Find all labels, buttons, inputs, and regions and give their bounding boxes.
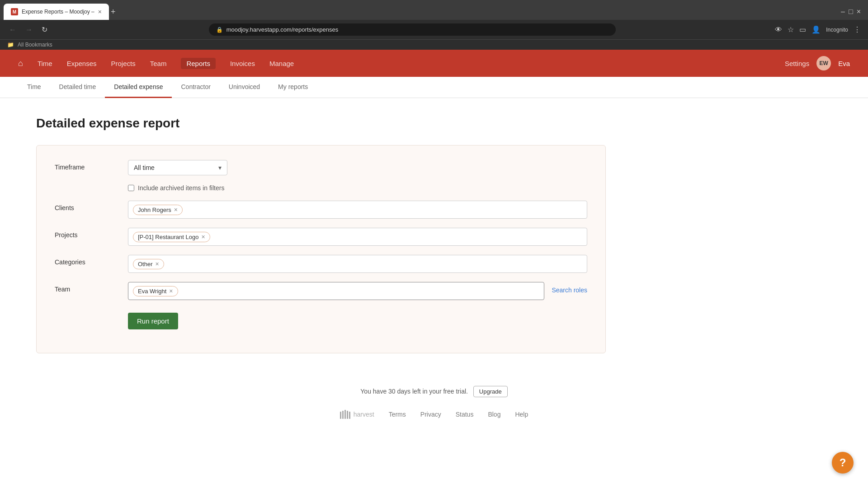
svg-rect-1	[342, 411, 344, 419]
category-tag-remove[interactable]: ×	[156, 261, 159, 267]
settings-link[interactable]: Settings	[785, 60, 809, 67]
incognito-label: Incognito	[826, 27, 848, 33]
team-label: Team	[55, 282, 113, 293]
timeframe-control: All time ▾	[128, 160, 587, 175]
app-header: ⌂ Time Expenses Projects Team Reports In…	[0, 50, 868, 77]
nav-team[interactable]: Team	[150, 58, 167, 69]
team-row: Team Eva Wright × Search roles	[55, 282, 587, 300]
lock-icon: 🔒	[216, 27, 223, 33]
team-tag-eva-wright: Eva Wright ×	[133, 286, 178, 296]
nav-projects[interactable]: Projects	[111, 58, 136, 69]
main-content: Detailed expense report Timeframe All ti…	[0, 98, 868, 371]
clients-label: Clients	[55, 201, 113, 211]
forward-button[interactable]: →	[24, 24, 34, 36]
team-input-wrapper: Eva Wright ×	[128, 282, 544, 300]
timeframe-select[interactable]: All time ▾	[128, 160, 227, 175]
footer-terms[interactable]: Terms	[389, 411, 406, 418]
run-report-control: Run report	[128, 309, 587, 329]
svg-rect-4	[349, 412, 350, 419]
timeframe-row: Timeframe All time ▾	[55, 160, 587, 175]
client-tag-remove[interactable]: ×	[174, 206, 178, 213]
sidebar-icon[interactable]: ▭	[799, 25, 806, 34]
bookmarks-folder-icon: 📁	[7, 42, 14, 48]
nav-manage[interactable]: Manage	[269, 58, 294, 69]
nav-invoices[interactable]: Invoices	[230, 58, 255, 69]
sub-nav-contractor[interactable]: Contractor	[172, 77, 219, 98]
svg-rect-2	[344, 410, 346, 419]
projects-control: [P-01] Restaurant Logo ×	[128, 228, 587, 246]
nav-expenses[interactable]: Expenses	[67, 58, 97, 69]
team-tag-label: Eva Wright	[138, 288, 166, 295]
footer-privacy[interactable]: Privacy	[420, 411, 441, 418]
project-tag-remove[interactable]: ×	[201, 234, 205, 240]
sub-nav-detailed-time[interactable]: Detailed time	[50, 77, 105, 98]
projects-row: Projects [P-01] Restaurant Logo ×	[55, 228, 587, 246]
maximize-button[interactable]: □	[849, 8, 853, 16]
footer-status[interactable]: Status	[456, 411, 474, 418]
window-controls: – □ ×	[841, 8, 864, 16]
clients-row: Clients John Rogers ×	[55, 201, 587, 219]
project-tag-label: [P-01] Restaurant Logo	[138, 234, 198, 240]
search-roles-link[interactable]: Search roles	[552, 282, 587, 294]
run-report-row: Run report	[55, 309, 587, 329]
star-icon[interactable]: ☆	[788, 25, 794, 34]
minimize-button[interactable]: –	[841, 8, 845, 16]
sub-nav: Time Detailed time Detailed expense Cont…	[0, 77, 868, 98]
categories-row: Categories Other ×	[55, 255, 587, 273]
clients-input[interactable]: John Rogers ×	[128, 201, 587, 219]
user-name[interactable]: Eva	[838, 60, 850, 67]
trial-text: You have 30 days left in your free trial…	[360, 388, 468, 395]
project-tag-restaurant-logo: [P-01] Restaurant Logo ×	[133, 232, 210, 242]
archive-checkbox-row: Include archived items in filters	[55, 184, 587, 192]
active-tab[interactable]: M Expense Reports – Moodjoy – ×	[4, 4, 109, 20]
sub-nav-my-reports[interactable]: My reports	[269, 77, 317, 98]
team-control: Eva Wright × Search roles	[128, 282, 587, 300]
sub-nav-uninvoiced[interactable]: Uninvoiced	[220, 77, 269, 98]
footer-blog[interactable]: Blog	[488, 411, 500, 418]
categories-label: Categories	[55, 255, 113, 266]
footer-trial: You have 30 days left in your free trial…	[0, 371, 868, 404]
run-report-spacer	[55, 309, 113, 313]
timeframe-label: Timeframe	[55, 160, 113, 171]
categories-control: Other ×	[128, 255, 587, 273]
report-form: Timeframe All time ▾ Include archived it…	[36, 145, 606, 353]
chevron-down-icon: ▾	[218, 164, 222, 171]
projects-input[interactable]: [P-01] Restaurant Logo ×	[128, 228, 587, 246]
reload-button[interactable]: ↻	[40, 23, 49, 36]
nav-time[interactable]: Time	[38, 58, 52, 69]
bookmarks-label: All Bookmarks	[18, 42, 52, 48]
tab-close-button[interactable]: ×	[98, 8, 102, 15]
page-title: Detailed expense report	[36, 116, 832, 131]
svg-rect-0	[340, 412, 341, 419]
upgrade-button[interactable]: Upgrade	[473, 386, 508, 397]
tab-title: Expense Reports – Moodjoy –	[22, 9, 94, 15]
vision-icon: 👁	[775, 26, 782, 34]
menu-icon[interactable]: ⋮	[854, 25, 861, 34]
tab-favicon: M	[11, 8, 18, 15]
team-inner-row: Eva Wright × Search roles	[128, 282, 587, 300]
archive-checkbox-label[interactable]: Include archived items in filters	[138, 184, 224, 192]
new-tab-button[interactable]: +	[111, 7, 116, 17]
close-window-button[interactable]: ×	[857, 8, 861, 16]
client-tag-label: John Rogers	[138, 206, 171, 213]
categories-input[interactable]: Other ×	[128, 255, 587, 273]
team-input[interactable]: Eva Wright ×	[128, 282, 544, 300]
address-bar[interactable]: 🔒 moodjoy.harvestapp.com/reports/expense…	[209, 23, 616, 36]
category-tag-label: Other	[138, 261, 153, 267]
svg-rect-3	[347, 411, 348, 419]
sub-nav-detailed-expense[interactable]: Detailed expense	[105, 77, 172, 98]
footer-help[interactable]: Help	[515, 411, 528, 418]
user-avatar: EW	[816, 56, 831, 70]
header-right: Settings EW Eva	[785, 56, 850, 70]
home-icon[interactable]: ⌂	[18, 59, 23, 68]
archive-checkbox[interactable]	[128, 185, 134, 191]
category-tag-other: Other ×	[133, 259, 164, 269]
sub-nav-time[interactable]: Time	[18, 77, 50, 98]
clients-control: John Rogers ×	[128, 201, 587, 219]
timeframe-value: All time	[134, 164, 155, 171]
nav-reports[interactable]: Reports	[181, 58, 216, 69]
team-tag-remove[interactable]: ×	[169, 288, 173, 294]
profile-icon[interactable]: 👤	[811, 25, 821, 34]
back-button[interactable]: ←	[7, 24, 18, 36]
run-report-button[interactable]: Run report	[128, 313, 178, 329]
